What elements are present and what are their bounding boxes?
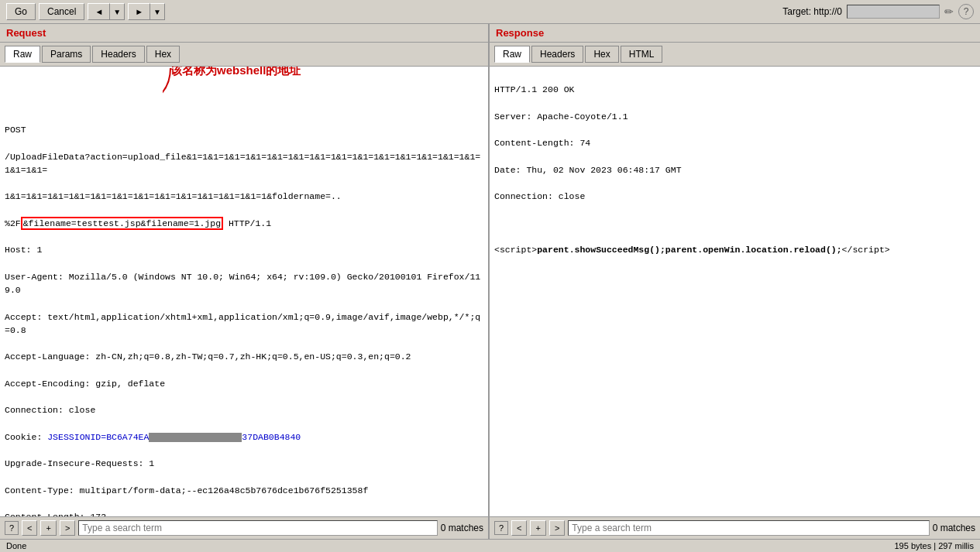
target-bar: Target: http://0 ✏ ?	[782, 4, 974, 19]
status-bar: Done 195 bytes | 297 millis	[0, 539, 980, 552]
tab-response-hex[interactable]: Hex	[585, 46, 618, 63]
request-matches-label: 0 matches	[441, 523, 483, 533]
request-search-next-plus[interactable]: +	[40, 520, 56, 536]
session-id-end: 37DAB0B4840	[242, 432, 301, 442]
tab-response-headers[interactable]: Headers	[531, 46, 583, 63]
request-url-line3: %2F&filename=testtest.jsp&filename=1.jpg…	[5, 217, 271, 230]
request-panel: Request Raw Params Headers Hex 该名称为websh…	[0, 24, 490, 539]
target-label: Target: http://0	[782, 6, 842, 17]
request-search-input[interactable]	[78, 520, 437, 536]
useragent-line: User-Agent: Mozilla/5.0 (Windows NT 10.0…	[5, 272, 480, 295]
request-content[interactable]: 该名称为webshell的地址 POST /UploadFileData?act…	[0, 67, 488, 516]
request-url-line2: 1&1=1&1=1&1=1&1=1&1=1&1=1&1=1&1=1&1=1&1=…	[5, 191, 342, 201]
session-id: JSESSIONID=BC6A74EA	[47, 432, 149, 442]
response-content-length: Content-Length: 74	[494, 138, 590, 148]
tab-request-hex[interactable]: Hex	[146, 46, 180, 63]
cookie-line: Cookie: JSESSIONID=BC6A74EA37DAB0B4840	[5, 432, 301, 442]
tab-response-raw[interactable]: Raw	[494, 46, 530, 63]
request-panel-header: Request	[0, 24, 488, 43]
tab-request-raw[interactable]: Raw	[5, 46, 40, 63]
request-search-prev[interactable]: <	[22, 520, 37, 536]
status-left: Done	[6, 541, 26, 550]
status-right: 195 bytes | 297 millis	[894, 541, 974, 550]
go-button[interactable]: Go	[6, 3, 36, 20]
content-length-line: Content-Length: 173	[5, 512, 106, 516]
forward-nav-group: ► ▼	[128, 3, 165, 20]
response-tabs-row: Raw Headers Hex HTML	[490, 43, 980, 67]
forward-button[interactable]: ►	[128, 3, 150, 20]
accept-language-line: Accept-Language: zh-CN,zh;q=0.8,zh-TW;q=…	[5, 351, 411, 362]
request-url-line1: /UploadFileData?action=upload_file&1=1&1…	[5, 152, 480, 175]
filename-highlight: &filename=testtest.jsp&filename=1.jpg	[21, 217, 223, 230]
back-button[interactable]: ◄	[88, 3, 110, 20]
response-date: Date: Thu, 02 Nov 2023 06:48:17 GMT	[494, 165, 682, 175]
content-type-line: Content-Type: multipart/form-data;--ec12…	[5, 485, 368, 495]
target-url-display	[847, 5, 940, 19]
request-search-next[interactable]: >	[60, 520, 75, 536]
upgrade-line: Upgrade-Insecure-Requests: 1	[5, 458, 154, 468]
main-content: Request Raw Params Headers Hex 该名称为websh…	[0, 24, 980, 539]
response-panel-header: Response	[490, 24, 980, 43]
response-connection: Connection: close	[494, 191, 585, 201]
request-search-bar: ? < + > 0 matches	[0, 516, 488, 539]
toolbar: Go Cancel ◄ ▼ ► ▼ Target: http://0 ✏ ?	[0, 0, 980, 24]
session-id-redacted	[149, 433, 242, 442]
tab-response-html[interactable]: HTML	[621, 46, 663, 63]
request-method: POST	[5, 125, 26, 135]
accept-encoding-line: Accept-Encoding: gzip, deflate	[5, 379, 165, 389]
annotation-arrow	[163, 67, 287, 118]
response-search-next-plus[interactable]: +	[530, 520, 545, 536]
connection-line: Connection: close	[5, 405, 95, 415]
response-body: <script>parent.showSucceedMsg();parent.o…	[494, 245, 890, 255]
tab-request-headers[interactable]: Headers	[92, 46, 144, 63]
response-panel: Response Raw Headers Hex HTML HTTP/1.1 2…	[490, 24, 980, 539]
response-status: HTTP/1.1 200 OK	[494, 84, 575, 94]
edit-icon-button[interactable]: ✏	[944, 5, 954, 18]
back-nav-group: ◄ ▼	[88, 3, 125, 20]
accept-line: Accept: text/html,application/xhtml+xml,…	[5, 312, 480, 335]
response-search-bar: ? < + > 0 matches	[490, 516, 980, 539]
request-search-help[interactable]: ?	[5, 521, 19, 535]
forward-dropdown-button[interactable]: ▼	[150, 3, 165, 20]
response-server: Server: Apache-Coyote/1.1	[494, 111, 628, 122]
response-matches-label: 0 matches	[933, 523, 975, 533]
request-tabs-row: Raw Params Headers Hex	[0, 43, 488, 67]
cancel-button[interactable]: Cancel	[39, 3, 84, 20]
annotation-text: 该名称为webshell的地址	[170, 67, 301, 80]
response-search-next[interactable]: >	[549, 520, 565, 536]
host-line: Host: 1	[5, 245, 42, 255]
tab-request-params[interactable]: Params	[42, 46, 91, 63]
response-search-input[interactable]	[568, 520, 929, 536]
response-content[interactable]: HTTP/1.1 200 OK Server: Apache-Coyote/1.…	[490, 67, 980, 516]
response-search-prev[interactable]: <	[511, 520, 527, 536]
response-search-help[interactable]: ?	[494, 521, 508, 535]
help-icon-button[interactable]: ?	[958, 4, 974, 19]
back-dropdown-button[interactable]: ▼	[110, 3, 125, 20]
